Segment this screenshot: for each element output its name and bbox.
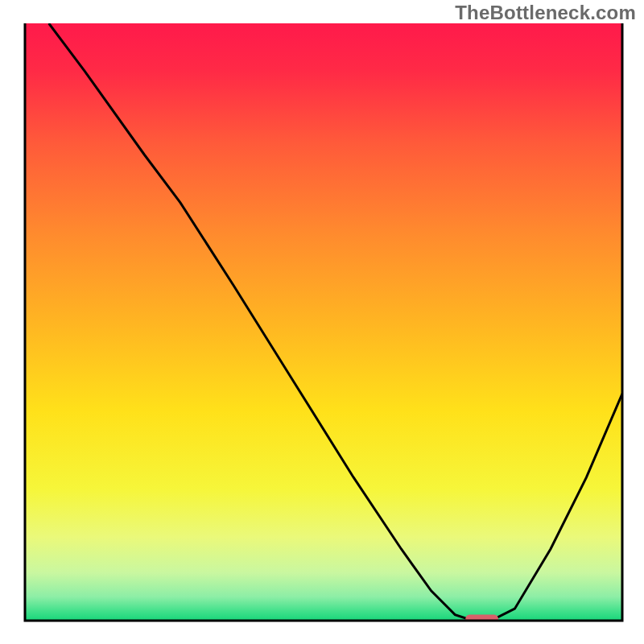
watermark-text: TheBottleneck.com (455, 2, 636, 24)
bottleneck-chart (0, 0, 644, 644)
chart-container: TheBottleneck.com (0, 0, 644, 644)
